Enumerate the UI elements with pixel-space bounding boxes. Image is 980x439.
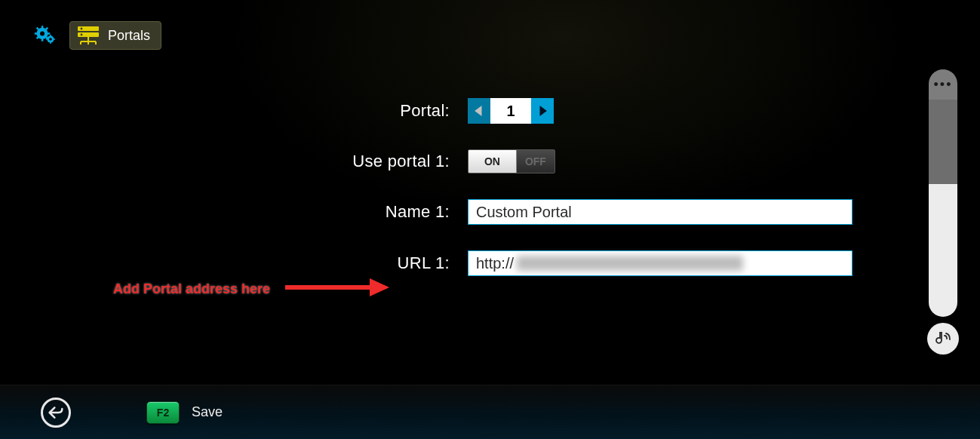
use-portal-toggle[interactable]: ON OFF (468, 149, 555, 173)
f2-key-badge: F2 (146, 401, 180, 424)
url-input-value: http:// (476, 255, 514, 272)
svg-point-1 (40, 31, 45, 35)
row-portal: Portal: 1 (0, 98, 905, 124)
volume-track[interactable]: ••• (929, 69, 957, 317)
name-label: Name 1: (0, 202, 468, 222)
url-label: URL 1: (0, 253, 468, 273)
annotation-url-text: Add Portal address here (113, 281, 270, 297)
svg-rect-14 (46, 38, 48, 40)
side-volume-bar: ••• (929, 69, 957, 355)
svg-point-18 (81, 28, 83, 30)
row-use-portal: Use portal 1: ON OFF (0, 149, 905, 173)
use-portal-label: Use portal 1: (0, 152, 468, 171)
svg-point-11 (49, 38, 52, 41)
svg-rect-4 (35, 32, 38, 35)
volume-light-segment (929, 184, 957, 317)
toggle-on: ON (468, 150, 517, 173)
svg-point-19 (81, 34, 83, 36)
save-group: F2 Save (146, 401, 223, 424)
save-button[interactable]: Save (192, 404, 223, 420)
back-button[interactable] (41, 398, 71, 428)
sound-button[interactable] (927, 323, 959, 355)
toggle-off: OFF (517, 150, 555, 173)
spinner-right[interactable] (531, 98, 554, 124)
svg-rect-2 (41, 26, 44, 29)
url-blurred-content (517, 256, 743, 271)
svg-rect-3 (41, 38, 44, 41)
gear-icon (34, 25, 60, 46)
annotation-url: Add Portal address here (113, 277, 389, 301)
portal-value: 1 (490, 98, 531, 124)
svg-rect-12 (50, 35, 51, 37)
row-url: URL 1: http:// (0, 250, 905, 276)
portals-tab-label: Portals (108, 28, 150, 44)
portal-spinner[interactable]: 1 (468, 98, 554, 124)
svg-rect-5 (47, 32, 50, 35)
portal-label: Portal: (0, 101, 468, 121)
volume-top-cap: ••• (929, 69, 957, 100)
settings-button[interactable] (29, 21, 65, 50)
svg-rect-15 (54, 38, 56, 40)
url-input[interactable]: http:// (468, 250, 853, 276)
name-input-value: Custom Portal (476, 204, 572, 221)
footer-bar: F2 Save (0, 385, 980, 439)
triangle-left-icon (475, 106, 484, 116)
triangle-right-icon (538, 106, 547, 116)
arrow-right-icon (284, 277, 389, 301)
svg-marker-28 (370, 278, 389, 296)
form-area: Portal: 1 Use portal 1: ON OFF Name 1: (0, 98, 905, 302)
svg-marker-26 (540, 106, 547, 116)
name-input[interactable]: Custom Portal Any name you want (468, 199, 853, 225)
music-note-icon (934, 330, 952, 348)
svg-rect-13 (50, 42, 51, 45)
server-icon (75, 25, 102, 46)
row-name: Name 1: Custom Portal Any name you want (0, 199, 905, 225)
portals-tab[interactable]: Portals (69, 21, 161, 50)
back-arrow-icon (48, 406, 63, 419)
svg-marker-25 (475, 106, 481, 116)
header-bar: Portals (29, 21, 161, 50)
volume-dark-segment (929, 100, 957, 184)
spinner-left[interactable] (468, 98, 490, 124)
